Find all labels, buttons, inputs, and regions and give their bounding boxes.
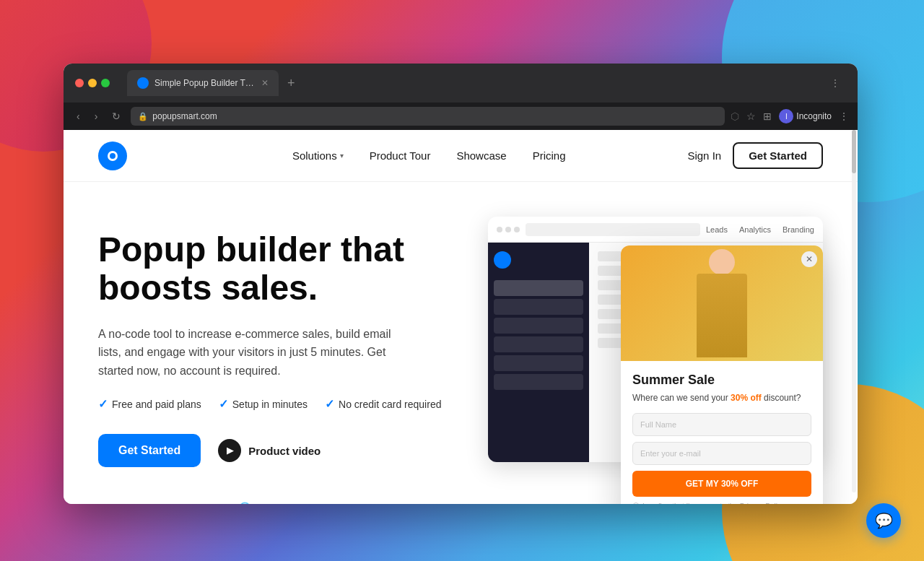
reload-button[interactable]: ↻ (108, 108, 125, 125)
signin-button[interactable]: Sign In (687, 149, 721, 162)
product-tour-link[interactable]: Product Tour (370, 149, 431, 162)
dash-branding-label: Branding (783, 225, 814, 234)
dash-menu-item-1 (494, 280, 583, 296)
play-icon: ▶ (218, 439, 241, 462)
feature-setup: ✓ Setup in minutes (219, 397, 308, 411)
brand-logos: GREENPEACE unicef 🌐 Rakuten wienerberger (98, 502, 459, 504)
feature-label-3: No credit card required (339, 399, 441, 410)
popup-email-input[interactable]: Enter your e-mail (632, 442, 811, 465)
minimize-button[interactable] (88, 79, 97, 87)
dash-leads-label: Leads (706, 225, 728, 234)
nav-links: Solutions ▾ Product Tour Showcase Pricin… (205, 149, 653, 162)
unicef-logo: unicef 🌐 (196, 502, 251, 504)
extension-icon: ⊞ (763, 110, 772, 122)
popup-subtitle: Where can we send your 30% off discount? (632, 392, 811, 404)
hero-features: ✓ Free and paid plans ✓ Setup in minutes… (98, 397, 459, 411)
tab-title: Simple Popup Builder That Bo... (154, 78, 256, 88)
hero-section: Popup builder that boosts sales. A no-co… (64, 182, 858, 504)
browser-scrollbar[interactable] (852, 130, 856, 492)
active-tab[interactable]: Simple Popup Builder That Bo... ✕ (127, 70, 279, 96)
popup-content: Summer Sale Where can we send your 30% o… (621, 361, 823, 504)
lock-icon: 🔒 (138, 112, 148, 121)
scrollbar-thumb[interactable] (852, 130, 856, 173)
incognito-badge: I Incognito (779, 109, 832, 123)
showcase-link[interactable]: Showcase (456, 149, 506, 162)
solutions-chevron-icon: ▾ (340, 152, 344, 160)
rakuten-logo: Rakuten (274, 502, 326, 504)
popup-cta-button[interactable]: GET MY 30% OFF (632, 471, 811, 497)
check-icon-3: ✓ (325, 397, 334, 411)
logo-icon (98, 142, 127, 170)
greenpeace-logo: GREENPEACE (98, 503, 173, 504)
browser-toolbar: ‹ › ↻ 🔒 popupsmart.com ⬡ ☆ ⊞ I Incognito… (64, 103, 858, 130)
dashboard-topbar: Leads Analytics Branding (488, 217, 823, 243)
dash-menu-item-6 (494, 374, 583, 390)
cast-icon: ⬡ (731, 110, 739, 122)
popup-image (621, 245, 823, 361)
bookmark-icon[interactable]: ☆ (746, 110, 756, 122)
get-started-hero-button[interactable]: Get Started (98, 434, 201, 467)
address-bar[interactable]: 🔒 popupsmart.com (131, 107, 725, 126)
consent-checkbox[interactable] (632, 503, 640, 504)
incognito-avatar: I (779, 109, 793, 123)
popup-preview: ✕ Summer Sale Where can we send your 30%… (621, 245, 823, 504)
dashboard-sidebar (488, 243, 589, 462)
dash-menu-item-2 (494, 299, 583, 315)
main-nav: Solutions ▾ Product Tour Showcase Pricin… (64, 130, 858, 182)
video-label: Product video (248, 445, 321, 457)
browser-chrome: Simple Popup Builder That Bo... ✕ + ⋮ (64, 64, 858, 103)
url-text: popupsmart.com (152, 111, 217, 121)
browser-window: Simple Popup Builder That Bo... ✕ + ⋮ ‹ … (64, 64, 858, 504)
new-tab-button[interactable]: + (282, 76, 301, 91)
solutions-link[interactable]: Solutions ▾ (292, 149, 344, 162)
back-button[interactable]: ‹ (72, 108, 84, 125)
feature-free-paid: ✓ Free and paid plans (98, 397, 201, 411)
dash-nav-items: Leads Analytics Branding (706, 225, 814, 234)
get-started-nav-button[interactable]: Get Started (733, 142, 823, 169)
logo-inner-circle (108, 151, 118, 161)
chat-bubble-button[interactable]: 💬 (866, 503, 901, 538)
maximize-button[interactable] (101, 79, 110, 87)
check-icon-2: ✓ (219, 397, 228, 411)
dash-analytics-label: Analytics (739, 225, 771, 234)
tab-close-icon[interactable]: ✕ (261, 78, 269, 88)
chat-icon: 💬 (875, 512, 893, 529)
feature-label-2: Setup in minutes (232, 399, 308, 410)
tab-favicon (137, 77, 149, 89)
feature-no-credit-card: ✓ No credit card required (325, 397, 441, 411)
dash-dots (497, 227, 520, 232)
popup-consent: I confirm that I've agree to the Privacy… (632, 503, 811, 504)
popup-close-icon[interactable]: ✕ (801, 251, 817, 267)
dash-menu-item-4 (494, 336, 583, 352)
product-video-button[interactable]: ▶ Product video (218, 439, 321, 462)
feature-label-1: Free and paid plans (112, 399, 201, 410)
popup-fullname-input[interactable]: Full Name (632, 413, 811, 436)
wienerberger-logo: wienerberger (349, 502, 435, 504)
toolbar-right: ⬡ ☆ ⊞ I Incognito ⋮ (731, 109, 849, 123)
webpage: Solutions ▾ Product Tour Showcase Pricin… (64, 130, 858, 504)
hero-image: Leads Analytics Branding (488, 217, 823, 491)
close-button[interactable] (75, 79, 84, 87)
hero-description: A no-code tool to increase e-commerce sa… (98, 325, 416, 380)
hero-actions: Get Started ▶ Product video (98, 434, 459, 467)
dash-menu-item-5 (494, 355, 583, 371)
logo[interactable] (98, 142, 127, 170)
incognito-label: Incognito (796, 111, 832, 121)
check-icon-1: ✓ (98, 397, 108, 411)
hero-title: Popup builder that boosts sales. (98, 231, 459, 308)
menu-icon[interactable]: ⋮ (839, 110, 849, 122)
traffic-lights (75, 79, 110, 87)
forward-button[interactable]: › (90, 108, 103, 125)
hero-content: Popup builder that boosts sales. A no-co… (98, 217, 459, 504)
popup-title: Summer Sale (632, 373, 811, 388)
dash-menu-item-3 (494, 318, 583, 334)
pricing-link[interactable]: Pricing (533, 149, 566, 162)
browser-menu-icon[interactable]: ⋮ (830, 77, 846, 89)
dash-url-bar (526, 223, 700, 236)
dash-logo (494, 251, 511, 269)
browser-tabs: Simple Popup Builder That Bo... ✕ + (127, 70, 821, 96)
nav-actions: Sign In Get Started (687, 142, 823, 169)
